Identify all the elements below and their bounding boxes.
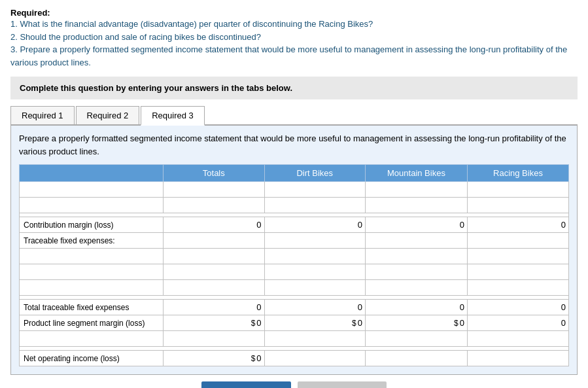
back-button[interactable]: < Required 2 — [201, 381, 291, 388]
row1-label-input[interactable] — [24, 185, 160, 194]
row7-label-input[interactable] — [24, 283, 160, 292]
row1-racing-input[interactable] — [470, 185, 566, 194]
ni-racing — [467, 351, 568, 366]
dollar-sign-ni: $ — [251, 354, 256, 363]
tf-dirt-blank — [264, 233, 365, 249]
dollar-sign-dirt: $ — [352, 319, 356, 328]
instruction-box: Complete this question by entering your … — [10, 77, 578, 99]
row11-racing[interactable] — [467, 331, 568, 347]
row2-label-input[interactable] — [24, 201, 160, 210]
row11-label-input[interactable] — [24, 334, 160, 344]
sm-dirt: $ 0 — [264, 315, 365, 331]
sm-total: $ 0 — [164, 315, 265, 331]
row11-dirt-input[interactable] — [268, 334, 362, 344]
row1-dirt[interactable] — [264, 182, 365, 198]
col-header-totals: Totals — [164, 165, 265, 182]
col-header-mountain: Mountain Bikes — [365, 165, 467, 182]
row1-total-input[interactable] — [166, 185, 262, 194]
tf-mountain-blank — [365, 233, 467, 249]
tf-racing-blank — [467, 233, 568, 249]
table-row — [20, 198, 569, 213]
table-row: Total traceable fixed expenses 0 0 0 0 — [20, 300, 569, 315]
row5-mountain[interactable] — [365, 249, 467, 264]
row6-racing-input[interactable] — [470, 268, 566, 277]
row5-racing[interactable] — [467, 249, 568, 264]
row2-racing[interactable] — [467, 198, 568, 213]
tab-required1[interactable]: Required 1 — [10, 106, 75, 124]
row1-racing[interactable] — [467, 182, 568, 198]
row7-dirt[interactable] — [264, 280, 365, 296]
row6-total[interactable] — [164, 264, 265, 280]
forward-button: Required 3 > — [298, 381, 387, 388]
ni-total: $ 0 — [164, 351, 265, 366]
row2-mountain-input[interactable] — [368, 201, 464, 210]
tab-required2[interactable]: Required 2 — [76, 106, 140, 124]
tab-description: Prepare a properly formatted segmented i… — [19, 132, 569, 158]
row7-racing-input[interactable] — [470, 283, 566, 292]
row6-mountain-input[interactable] — [368, 268, 464, 277]
table-row: Product line segment margin (loss) $ 0 $… — [20, 315, 569, 331]
row6-mountain[interactable] — [365, 264, 467, 280]
row1-dirt-input[interactable] — [268, 185, 362, 194]
col-header-label — [20, 165, 164, 182]
required-text: 1. What is the financial advantage (disa… — [10, 18, 578, 69]
table-row: Net operating income (loss) $ 0 — [20, 351, 569, 366]
net-income-label: Net operating income (loss) — [20, 351, 164, 366]
row7-mountain[interactable] — [365, 280, 467, 296]
col-header-racing: Racing Bikes — [467, 165, 568, 182]
row1-mountain[interactable] — [365, 182, 467, 198]
table-row — [20, 249, 569, 264]
sm-racing: 0 — [467, 315, 568, 331]
sm-dirt-val: 0 — [358, 318, 362, 328]
tab-required3[interactable]: Required 3 — [141, 106, 205, 126]
row6-racing[interactable] — [467, 264, 568, 280]
row2-racing-input[interactable] — [470, 201, 566, 210]
row11-mountain-input[interactable] — [368, 334, 464, 344]
row5-mountain-input[interactable] — [368, 252, 464, 261]
row11-mountain[interactable] — [365, 331, 467, 347]
row2-dirt-input[interactable] — [268, 201, 362, 210]
row11-total[interactable] — [164, 331, 265, 347]
row6-total-input[interactable] — [166, 268, 262, 277]
row6-label-input[interactable] — [24, 268, 160, 277]
row7-mountain-input[interactable] — [368, 283, 464, 292]
required-label: Required: — [10, 8, 578, 18]
sm-mountain-val: 0 — [460, 318, 464, 328]
row11-total-input[interactable] — [166, 334, 262, 344]
cm-racing: 0 — [467, 217, 568, 233]
row7-total[interactable] — [164, 280, 265, 296]
row2-total-input[interactable] — [166, 201, 262, 210]
req-item-3: 3. Prepare a properly formatted segmente… — [10, 43, 578, 69]
req-item-2: 2. Should the production and sale of rac… — [10, 31, 578, 44]
row7-dirt-input[interactable] — [268, 283, 362, 292]
row-label — [20, 198, 164, 213]
row2-dirt[interactable] — [264, 198, 365, 213]
row6-dirt[interactable] — [264, 264, 365, 280]
income-table: Totals Dirt Bikes Mountain Bikes Racing … — [19, 164, 569, 366]
row1-mountain-input[interactable] — [368, 185, 464, 194]
ttfe-total: 0 — [164, 300, 265, 315]
table-row — [20, 331, 569, 347]
row5-label-input[interactable] — [24, 252, 160, 261]
row5-dirt-input[interactable] — [268, 252, 362, 261]
req-item-1: 1. What is the financial advantage (disa… — [10, 18, 578, 31]
contribution-margin-label: Contribution margin (loss) — [20, 217, 164, 233]
row-label — [20, 249, 164, 264]
row5-dirt[interactable] — [264, 249, 365, 264]
row5-total[interactable] — [164, 249, 265, 264]
row5-racing-input[interactable] — [470, 252, 566, 261]
row6-dirt-input[interactable] — [268, 268, 362, 277]
row7-total-input[interactable] — [166, 283, 262, 292]
row5-total-input[interactable] — [166, 252, 262, 261]
row11-dirt[interactable] — [264, 331, 365, 347]
ttfe-dirt: 0 — [264, 300, 365, 315]
table-row — [20, 280, 569, 296]
row2-mountain[interactable] — [365, 198, 467, 213]
ttfe-mountain: 0 — [365, 300, 467, 315]
row1-total[interactable] — [164, 182, 265, 198]
row11-racing-input[interactable] — [470, 334, 566, 344]
dollar-sign-mountain: $ — [454, 319, 458, 328]
ni-dirt — [264, 351, 365, 366]
row2-total[interactable] — [164, 198, 265, 213]
row7-racing[interactable] — [467, 280, 568, 296]
